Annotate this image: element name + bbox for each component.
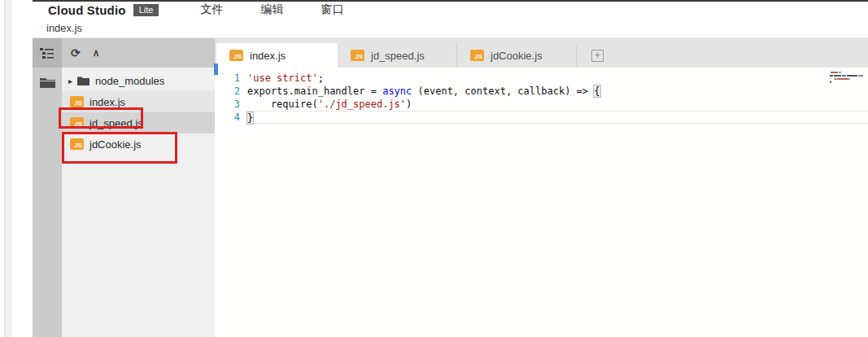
js-file-icon: JS (470, 50, 484, 61)
tab-index-js[interactable]: JS index.js (216, 43, 338, 68)
line-number[interactable]: 2 (215, 85, 247, 98)
tab-label: jd_speed.js (371, 50, 425, 62)
code-token: exports.main_handler = (247, 85, 382, 97)
code-token: './jd_speed.js' (318, 98, 406, 110)
menu-file[interactable]: 文件 (181, 2, 242, 17)
activity-bar (33, 38, 62, 337)
new-tab-button[interactable]: + (591, 50, 604, 62)
tree-item-jdcookie-js[interactable]: JS jdCookie.js (62, 133, 215, 155)
code-line-2[interactable]: 2 exports.main_handler = async (event, c… (215, 85, 868, 98)
js-file-icon: JS (70, 96, 84, 107)
minimap[interactable] (829, 70, 865, 85)
list-tree-icon (40, 47, 55, 59)
matched-bracket: { (593, 85, 600, 98)
menu-bar: Cloud Studio Lite 文件 编辑 窗口 (33, 0, 868, 18)
code-token: async (382, 85, 412, 97)
lite-badge: Lite (133, 4, 159, 16)
refresh-icon[interactable]: ⟳ (71, 47, 81, 59)
tree-item-index-js[interactable]: JS index.js (62, 91, 215, 112)
js-file-icon: JS (70, 117, 84, 129)
tab-bar: JS index.js JS jd_speed.js JS jdCookie.j… (215, 38, 868, 68)
matched-bracket: } (246, 112, 254, 125)
menu-edit[interactable]: 编辑 (242, 2, 302, 17)
breadcrumb: index.js (33, 18, 868, 38)
code-token: ; (318, 72, 324, 84)
minimap-line (839, 72, 841, 73)
js-file-icon: JS (70, 138, 84, 150)
line-number[interactable]: 3 (215, 98, 247, 111)
minimap-line (830, 75, 833, 77)
minimap-line (858, 75, 863, 77)
menu-items: 文件 编辑 窗口 (181, 2, 362, 17)
code-token: ) (406, 98, 412, 110)
activity-folder-button[interactable] (33, 68, 62, 97)
tab-label: jdCookie.js (491, 50, 543, 62)
tab-label: index.js (250, 50, 286, 62)
line-number[interactable]: 1 (215, 72, 247, 85)
tree-item-node-modules[interactable]: ▸ node_modules (62, 70, 215, 91)
js-file-icon: JS (229, 50, 243, 61)
chevron-right-icon: ▸ (68, 77, 77, 85)
activity-explorer-tree-button[interactable] (33, 38, 62, 68)
tree-item-label: jd_speed.js (89, 117, 143, 129)
minimap-line (834, 75, 841, 77)
minimap-line (831, 72, 838, 73)
line-number[interactable]: 4 (215, 111, 247, 124)
tab-jd-speed-js[interactable]: JS jd_speed.js (338, 43, 457, 68)
minimap-line (830, 81, 831, 83)
js-file-icon: JS (351, 50, 364, 61)
code-line-3[interactable]: 3 require('./jd_speed.js') (215, 98, 868, 111)
file-tree: ▸ node_modules JS index.js JS jd_speed.j… (62, 68, 215, 155)
code-token: require( (247, 98, 318, 110)
code-line-1[interactable]: 1 'use strict'; (215, 72, 868, 85)
tree-item-jd-speed-js[interactable]: JS jd_speed.js (62, 112, 215, 133)
sash-focus-mark[interactable] (214, 63, 218, 75)
code-token: (event, context, callback) => (412, 85, 594, 97)
tree-item-label: jdCookie.js (89, 138, 142, 151)
folder-icon (40, 77, 55, 88)
editor-area: JS index.js JS jd_speed.js JS jdCookie.j… (215, 38, 868, 337)
tree-item-label: index.js (89, 96, 125, 108)
menu-window[interactable]: 窗口 (302, 2, 362, 17)
tree-item-label: node_modules (95, 75, 164, 87)
explorer-header: ⟳ ∧ (62, 38, 215, 68)
minimap-line (848, 78, 850, 80)
breadcrumb-filename: index.js (46, 22, 82, 34)
tab-jdcookie-js[interactable]: JS jdCookie.js (457, 43, 577, 68)
minimap-line (842, 75, 846, 77)
collapse-all-icon[interactable]: ∧ (93, 48, 100, 58)
code-token: 'use strict' (247, 72, 318, 84)
folder-icon (77, 76, 89, 85)
file-explorer: ⟳ ∧ ▸ node_modules JS index.js (62, 38, 215, 337)
page-scrollbar-gutter (4, 0, 11, 337)
minimap-line (838, 78, 848, 80)
minimap-line (847, 75, 857, 77)
app-logo: Cloud Studio (48, 3, 126, 17)
cloud-studio-window: Cloud Studio Lite 文件 编辑 窗口 index.js (33, 0, 868, 337)
code-line-4[interactable]: 4 } (215, 111, 868, 124)
code-editor[interactable]: 1 'use strict'; 2 exports.main_handler =… (215, 68, 868, 337)
